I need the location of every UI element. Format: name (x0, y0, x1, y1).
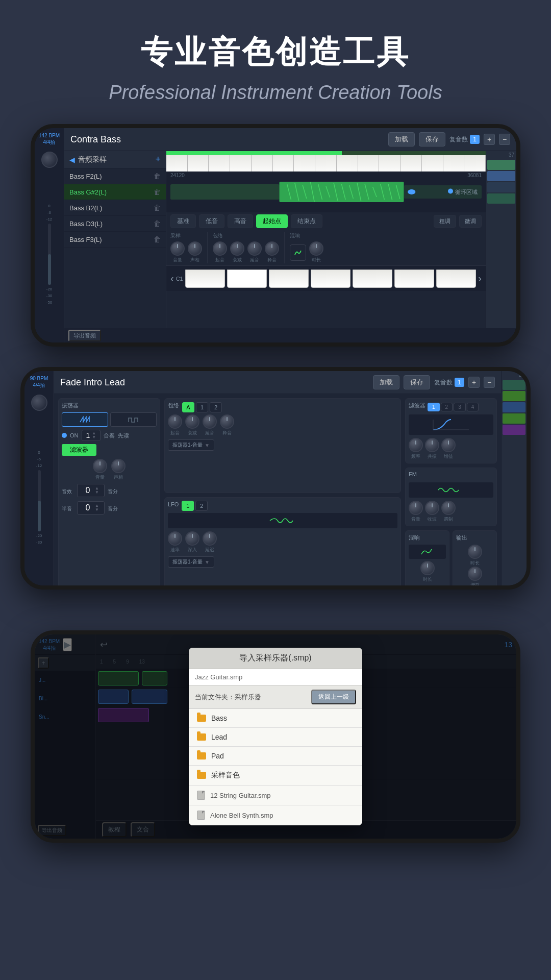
filter-tab-3[interactable]: 3 (454, 403, 466, 411)
master-knob[interactable] (41, 152, 58, 168)
lfo-rate-knob[interactable] (168, 531, 182, 546)
keyboard-key[interactable] (185, 270, 225, 288)
resonance-knob[interactable] (425, 438, 439, 452)
list-item[interactable]: Bass F2(L) 🗑 (64, 168, 166, 184)
volume-slider[interactable] (48, 224, 51, 285)
piano-key[interactable] (464, 155, 486, 172)
keyboard-key[interactable] (353, 270, 392, 288)
list-item[interactable]: Alone Bell Synth.smp (189, 805, 362, 825)
load-button[interactable]: 加载 (388, 132, 415, 146)
env-a-btn[interactable]: A (182, 402, 194, 412)
keyboard-key[interactable] (436, 270, 476, 288)
piano-key[interactable] (443, 155, 465, 172)
filter-tab-1[interactable]: 1 (428, 403, 440, 411)
osc-pan-knob[interactable] (111, 459, 126, 473)
list-item[interactable]: 采样音色 (189, 766, 362, 786)
back-arrow-icon[interactable]: ◀ (69, 156, 75, 164)
gain-knob[interactable] (441, 438, 456, 452)
export-audio-btn[interactable]: 导出音频 (68, 330, 101, 341)
delete-icon[interactable]: 🗑 (154, 188, 161, 196)
piano-key[interactable] (400, 155, 422, 172)
osc-vol-knob[interactable] (93, 459, 107, 473)
screen2-voice-plus[interactable]: + (468, 377, 480, 388)
env-1-btn[interactable]: 1 (196, 402, 208, 412)
lfo-1-btn[interactable]: 1 (182, 501, 194, 511)
sustain-knob[interactable] (247, 241, 262, 256)
voice-plus-btn[interactable]: + (484, 134, 495, 145)
screen2-master-knob[interactable] (31, 395, 47, 411)
decay-knob[interactable] (230, 241, 244, 256)
osc-num-box[interactable]: 1 ▲▼ (82, 430, 101, 441)
lfo-2-btn[interactable]: 2 (195, 501, 208, 511)
piano-key[interactable] (379, 155, 400, 172)
piano-key[interactable] (358, 155, 380, 172)
output-dur-knob[interactable] (468, 545, 482, 559)
mix-num-box-2[interactable]: 0 ▲▼ (77, 501, 105, 514)
screen2-load-btn[interactable]: 加载 (373, 375, 399, 389)
list-item[interactable]: Pad (189, 747, 362, 766)
attack-knob[interactable] (213, 241, 227, 256)
piano-key[interactable] (166, 155, 188, 172)
save-button[interactable]: 保存 (419, 132, 445, 146)
dialog-search[interactable]: Jazz Guitar.smp (189, 669, 362, 685)
output-gain-knob[interactable] (468, 567, 482, 581)
list-item[interactable]: 12 String Guitar.smp (189, 786, 362, 805)
delete-icon[interactable]: 🗑 (154, 172, 161, 180)
delete-icon[interactable]: 🗑 (154, 235, 161, 243)
tab-start[interactable]: 起始点 (256, 214, 288, 228)
piano-key[interactable] (422, 155, 443, 172)
keyboard-key[interactable] (227, 270, 267, 288)
back-btn[interactable]: 返回上一级 (311, 690, 356, 704)
list-item[interactable]: Bass F3(L) 🗑 (64, 232, 166, 248)
prev-octave-btn[interactable]: ‹ (170, 273, 174, 284)
voice-minus-btn[interactable]: − (499, 134, 510, 145)
wave-select-1[interactable]: 振荡器1-音量 ▼ (168, 439, 214, 451)
piano-key[interactable] (188, 155, 209, 172)
sustain-knob[interactable] (203, 414, 217, 429)
wave-square-btn[interactable] (110, 412, 157, 427)
keyboard-key[interactable] (394, 270, 434, 288)
piano-key[interactable] (252, 155, 273, 172)
tab-end[interactable]: 结束点 (291, 214, 322, 228)
list-item[interactable]: Bass (189, 709, 362, 728)
attack-knob[interactable] (168, 414, 182, 429)
fm-fade-knob[interactable] (425, 501, 439, 515)
coarse-btn[interactable]: 粗调 (434, 215, 456, 228)
list-item[interactable]: Lead (189, 728, 362, 747)
filter-btn[interactable]: 滤波器 (62, 444, 96, 456)
delete-icon[interactable]: 🗑 (154, 219, 161, 228)
reverb-toggle[interactable] (290, 244, 306, 261)
filter-tab-4[interactable]: 4 (467, 403, 479, 411)
release-knob[interactable] (265, 241, 279, 256)
wave-select-2[interactable]: 振荡器1-音量 ▼ (168, 556, 214, 568)
next-octave-btn[interactable]: › (478, 273, 482, 284)
screen2-save-btn[interactable]: 保存 (404, 375, 430, 389)
tab-base[interactable]: 基准 (170, 214, 196, 228)
list-item[interactable]: Bass G#2(L) 🗑 (64, 184, 166, 200)
piano-key[interactable] (337, 155, 358, 172)
mix-num-box[interactable]: 0 ▲▼ (77, 484, 105, 497)
freq-knob[interactable] (409, 438, 423, 452)
tab-high[interactable]: 高音 (228, 214, 253, 228)
keyboard-key[interactable] (311, 270, 350, 288)
piano-key[interactable] (230, 155, 252, 172)
decay-knob[interactable] (185, 414, 199, 429)
fm-vol-knob[interactable] (409, 501, 423, 515)
piano-key[interactable] (294, 155, 315, 172)
fm-tune-knob[interactable] (441, 501, 456, 515)
piano-key[interactable] (209, 155, 230, 172)
piano-key[interactable] (273, 155, 294, 172)
lfo-depth-knob[interactable] (185, 531, 199, 546)
fine-btn[interactable]: 微调 (459, 215, 482, 228)
tab-bass[interactable]: 低音 (199, 214, 224, 228)
volume-knob[interactable] (170, 241, 185, 256)
wave-saw-btn[interactable] (62, 412, 108, 427)
add-sample-icon[interactable]: + (155, 154, 161, 165)
pan-knob[interactable] (188, 241, 202, 256)
reverb-dur-knob[interactable] (420, 561, 435, 575)
reverb-time-knob[interactable] (309, 241, 323, 256)
screen2-voice-minus[interactable]: − (484, 377, 495, 388)
screen2-volume-slider[interactable] (38, 470, 41, 531)
delete-icon[interactable]: 🗑 (154, 204, 161, 212)
filter-tab-2[interactable]: 2 (441, 403, 453, 411)
